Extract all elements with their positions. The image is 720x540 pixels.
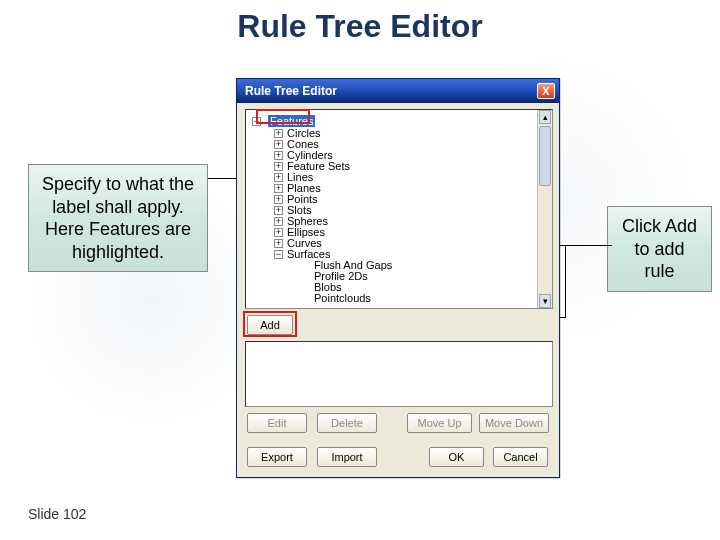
close-icon[interactable]: X — [537, 83, 555, 99]
tree-grandchildren: Flush And Gaps Profile 2Ds Blobs Pointcl… — [314, 258, 550, 302]
connector-right-v — [565, 245, 566, 317]
dialog-titlebar: Rule Tree Editor X — [237, 79, 559, 103]
move-down-button[interactable]: Move Down — [479, 413, 549, 433]
minus-icon[interactable]: − — [252, 117, 261, 126]
tree-item-surfaces[interactable]: −Surfaces — [274, 247, 550, 258]
add-button[interactable]: Add — [247, 315, 293, 335]
tree-children: +Circles +Cones +Cylinders +Feature Sets… — [274, 126, 550, 302]
tree-item-pointclouds[interactable]: Pointclouds — [314, 291, 550, 302]
tree-item-circles[interactable]: +Circles — [274, 126, 550, 137]
scroll-up-icon[interactable]: ▴ — [539, 110, 551, 124]
minus-icon[interactable]: − — [274, 250, 283, 259]
scroll-down-icon[interactable]: ▾ — [539, 294, 551, 308]
callout-specify-features: Specify to what the label shall apply. H… — [28, 164, 208, 272]
page-title: Rule Tree Editor — [0, 8, 720, 45]
feature-tree[interactable]: − Features +Circles +Cones +Cylinders +F… — [246, 110, 552, 306]
delete-button[interactable]: Delete — [317, 413, 377, 433]
cancel-button[interactable]: Cancel — [493, 447, 548, 467]
tree-item-profile-2ds[interactable]: Profile 2Ds — [314, 269, 550, 280]
edit-button[interactable]: Edit — [247, 413, 307, 433]
dialog-title: Rule Tree Editor — [241, 84, 537, 98]
tree-item-spheres[interactable]: +Spheres — [274, 214, 550, 225]
tree-item-feature-sets[interactable]: +Feature Sets — [274, 159, 550, 170]
tree-pane: − Features +Circles +Cones +Cylinders +F… — [245, 109, 553, 309]
ok-button[interactable]: OK — [429, 447, 484, 467]
rule-tree-editor-dialog: Rule Tree Editor X − Features +Circles +… — [236, 78, 560, 478]
tree-scrollbar[interactable]: ▴ ▾ — [537, 110, 552, 308]
tree-item-ellipses[interactable]: +Ellipses — [274, 225, 550, 236]
import-button[interactable]: Import — [317, 447, 377, 467]
slide-number: Slide 102 — [28, 506, 86, 522]
tree-item-curves[interactable]: +Curves — [274, 236, 550, 247]
tree-root-features[interactable]: − Features — [252, 114, 550, 126]
connector-right-h — [560, 245, 612, 246]
tree-item-points[interactable]: +Points — [274, 192, 550, 203]
tree-item-flush-and-gaps[interactable]: Flush And Gaps — [314, 258, 550, 269]
tree-item-planes[interactable]: +Planes — [274, 181, 550, 192]
callout-click-add: Click Add to add rule — [607, 206, 712, 292]
tree-item-cones[interactable]: +Cones — [274, 137, 550, 148]
scroll-thumb[interactable] — [539, 126, 551, 186]
move-up-button[interactable]: Move Up — [407, 413, 472, 433]
lower-pane — [245, 341, 553, 407]
export-button[interactable]: Export — [247, 447, 307, 467]
tree-item-cylinders[interactable]: +Cylinders — [274, 148, 550, 159]
